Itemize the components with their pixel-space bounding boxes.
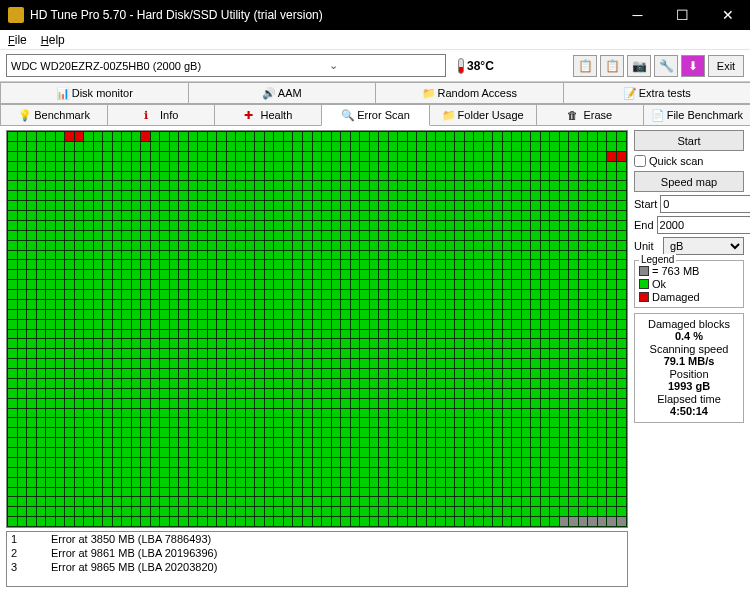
tab-file-benchmark[interactable]: 📄File Benchmark: [643, 104, 750, 126]
close-button[interactable]: ✕: [705, 0, 750, 30]
toolbar-copy-button[interactable]: 📋: [573, 55, 597, 77]
app-icon: [8, 7, 24, 23]
error-list[interactable]: 1Error at 3850 MB (LBA 7886493)2Error at…: [6, 531, 628, 587]
info-icon: ℹ: [144, 109, 156, 121]
minimize-button[interactable]: ─: [615, 0, 660, 30]
bulb-icon: 💡: [18, 109, 30, 121]
damaged-blocks-value: 0.4 %: [639, 330, 739, 342]
tab-benchmark[interactable]: 💡Benchmark: [0, 104, 108, 126]
maximize-button[interactable]: ☐: [660, 0, 705, 30]
error-row[interactable]: 1Error at 3850 MB (LBA 7886493): [7, 532, 627, 546]
legend-ok-icon: [639, 279, 649, 289]
position-label: Position: [669, 368, 708, 380]
health-icon: ✚: [244, 109, 256, 121]
stats-panel: Damaged blocks0.4 % Scanning speed79.1 M…: [634, 313, 744, 423]
scanning-speed-value: 79.1 MB/s: [639, 355, 739, 367]
tab-random-access[interactable]: 📁Random Access: [375, 82, 564, 104]
scan-grid: [6, 130, 628, 528]
start-button[interactable]: Start: [634, 130, 744, 151]
folder-icon: 📁: [442, 109, 454, 121]
tab-aam[interactable]: 🔊AAM: [188, 82, 377, 104]
temperature: 38°C: [458, 58, 494, 74]
random-icon: 📁: [422, 87, 434, 99]
legend-title: Legend: [639, 254, 676, 265]
legend-ok-label: Ok: [652, 278, 666, 290]
tabs-row-bottom: 💡Benchmark ℹInfo ✚Health 🔍Error Scan 📁Fo…: [0, 104, 750, 126]
menubar: File Help: [0, 30, 750, 50]
tab-extra-tests[interactable]: 📝Extra tests: [563, 82, 751, 104]
tabs-row-top: 📊Disk monitor 🔊AAM 📁Random Access 📝Extra…: [0, 82, 750, 104]
search-icon: 🔍: [341, 109, 353, 121]
start-label: Start: [634, 198, 657, 210]
toolbar-screenshot-button[interactable]: 📷: [627, 55, 651, 77]
menu-file[interactable]: File: [8, 33, 27, 47]
tab-folder-usage[interactable]: 📁Folder Usage: [429, 104, 537, 126]
legend-damaged-icon: [639, 292, 649, 302]
tab-info[interactable]: ℹInfo: [107, 104, 215, 126]
window-title: HD Tune Pro 5.70 - Hard Disk/SSD Utility…: [30, 8, 615, 22]
speaker-icon: 🔊: [262, 87, 274, 99]
tab-error-scan[interactable]: 🔍Error Scan: [321, 104, 429, 126]
tab-erase[interactable]: 🗑Erase: [536, 104, 644, 126]
unit-select[interactable]: gB: [663, 237, 744, 255]
file-icon: 📄: [651, 109, 663, 121]
titlebar: HD Tune Pro 5.70 - Hard Disk/SSD Utility…: [0, 0, 750, 30]
sidebar: Start Quick scan Speed map Start▴▾ End▴▾…: [634, 130, 744, 587]
start-input[interactable]: [660, 195, 750, 213]
toolbar-options-button[interactable]: 🔧: [654, 55, 678, 77]
error-row[interactable]: 2Error at 9861 MB (LBA 20196396): [7, 546, 627, 560]
trash-icon: 🗑: [567, 109, 579, 121]
elapsed-time-value: 4:50:14: [639, 405, 739, 417]
tab-disk-monitor[interactable]: 📊Disk monitor: [0, 82, 189, 104]
thermometer-icon: [458, 58, 464, 74]
elapsed-time-label: Elapsed time: [657, 393, 721, 405]
legend-block-icon: [639, 266, 649, 276]
speed-map-button[interactable]: Speed map: [634, 171, 744, 192]
quick-scan-checkbox[interactable]: [634, 155, 646, 167]
test-icon: 📝: [623, 87, 635, 99]
menu-help[interactable]: Help: [41, 33, 65, 47]
legend-damaged-label: Damaged: [652, 291, 700, 303]
tab-health[interactable]: ✚Health: [214, 104, 322, 126]
legend-block-label: = 763 MB: [652, 265, 699, 277]
position-value: 1993 gB: [639, 380, 739, 392]
drive-name: WDC WD20EZRZ-00Z5HB0 (2000 gB): [11, 60, 226, 72]
chevron-down-icon: ⌄: [226, 59, 441, 72]
scanning-speed-label: Scanning speed: [650, 343, 729, 355]
toolbar-save-button[interactable]: ⬇: [681, 55, 705, 77]
error-row[interactable]: 3Error at 9865 MB (LBA 20203820): [7, 560, 627, 574]
exit-button[interactable]: Exit: [708, 55, 744, 77]
damaged-blocks-label: Damaged blocks: [648, 318, 730, 330]
toolbar-copy2-button[interactable]: 📋: [600, 55, 624, 77]
temperature-value: 38°C: [467, 59, 494, 73]
legend: Legend = 763 MB Ok Damaged: [634, 260, 744, 308]
unit-label: Unit: [634, 240, 660, 252]
monitor-icon: 📊: [56, 87, 68, 99]
quick-scan-label: Quick scan: [649, 155, 703, 167]
end-label: End: [634, 219, 654, 231]
toolbar: WDC WD20EZRZ-00Z5HB0 (2000 gB) ⌄ 38°C 📋 …: [0, 50, 750, 82]
drive-select[interactable]: WDC WD20EZRZ-00Z5HB0 (2000 gB) ⌄: [6, 54, 446, 77]
end-input[interactable]: [657, 216, 750, 234]
